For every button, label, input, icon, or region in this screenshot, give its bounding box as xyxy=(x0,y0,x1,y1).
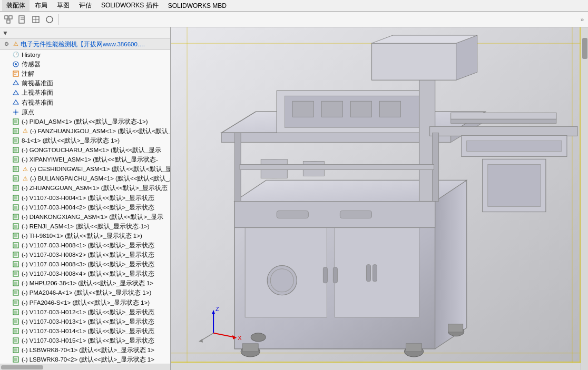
toolbar-btn-4[interactable] xyxy=(43,13,56,26)
tree-item-diankongxiang[interactable]: (-) DIANKONGXIANG_ASM<1> (默认<<默认>_显示 xyxy=(0,212,170,222)
svg-rect-97 xyxy=(448,324,463,332)
svg-rect-120 xyxy=(292,101,313,117)
v1107-h008-1-icon xyxy=(12,241,20,249)
tree-item-top-plane[interactable]: 上视基准面 xyxy=(0,88,170,97)
menu-item-layout[interactable]: 布局 xyxy=(31,0,52,11)
feature-tree[interactable]: ⚙ ⚠ 电子元件性能检测机【开拔网www.386600.com】 🕐 Histo… xyxy=(0,39,170,364)
svg-rect-91 xyxy=(340,211,371,218)
tree-item-right-plane[interactable]: 右视基准面 xyxy=(0,98,170,107)
circle-icon xyxy=(45,15,54,24)
svg-marker-16 xyxy=(13,91,18,95)
tree-item-origin[interactable]: 原点 xyxy=(0,107,170,117)
assembly-icon xyxy=(4,15,13,24)
toolbar-btn-3[interactable] xyxy=(30,13,42,26)
svg-rect-36 xyxy=(14,186,17,189)
tree-item-gongtoucharu[interactable]: (-) GONGTOUCHARU_ASM<1> (默认<<默认_显示 xyxy=(0,145,170,155)
svg-rect-46 xyxy=(14,234,17,237)
viewport-panel[interactable]: Z X xyxy=(171,27,588,370)
panel-horizontal-scrollbar[interactable] xyxy=(0,364,170,370)
tree-item-xipanyiwei[interactable]: (-) XIPANYIWEI_ASM<1> (默认<<默认_显示状态- xyxy=(0,155,170,164)
svg-point-85 xyxy=(267,266,297,295)
top-plane-icon xyxy=(12,89,20,97)
tree-item-front-plane[interactable]: 前视基准面 xyxy=(0,78,170,88)
pma2046-icon xyxy=(12,288,20,297)
tree-item-zhuangguan[interactable]: (-) ZHUANGGUAN_ASM<1> (默认<<默认>_显示状态 xyxy=(0,183,170,193)
viewport-bottom-border xyxy=(171,362,581,363)
tree-item-pfa2046[interactable]: (-) PFA2046-S<1> (默认<<默认>_显示状态 1>) xyxy=(0,298,170,307)
svg-rect-100 xyxy=(221,133,451,142)
toolbar-btn-2[interactable] xyxy=(16,13,28,26)
menu-bar: 装配体 布局 草图 评估 SOLIDWORKS 插件 SOLIDWORKS MB… xyxy=(0,0,588,12)
svg-rect-42 xyxy=(14,215,17,218)
svg-marker-17 xyxy=(13,100,18,104)
tree-item-v1107-h008-4[interactable]: (-) V1107-003-H008<4> (默认<<默认>_显示状态 xyxy=(0,269,170,278)
menu-item-sw-plugin[interactable]: SOLIDWORKS 插件 xyxy=(97,0,163,11)
origin-icon xyxy=(12,108,20,116)
renji-label: (-) RENJI_ASM<1> (默认<<默认_显示状态-1>) xyxy=(22,222,150,231)
svg-rect-87 xyxy=(366,265,370,282)
v1107-h008-4-label: (-) V1107-003-H008<4> (默认<<默认>_显示状态 xyxy=(22,269,154,278)
lsbwrk8-2-icon xyxy=(12,355,20,364)
tree-item-ceshidingwei[interactable]: ⚠ (-) CESHIDINGWEI_ASM<1> (默认<<默认<默认_显 xyxy=(0,164,170,174)
menu-item-assembly[interactable]: 装配体 xyxy=(2,0,30,11)
zhuangguan-label: (-) ZHUANGGUAN_ASM<1> (默认<<默认>_显示状态 xyxy=(22,184,168,192)
tree-item-v1107-h008-1[interactable]: (-) V1107-003-H008<1> (默认<<默认>_显示状态 xyxy=(0,241,170,250)
tree-item-v1107-h015[interactable]: (-) V1107-003-H015<1> (默认<<默认>_显示状态 xyxy=(0,336,170,345)
right-plane-label: 右视基准面 xyxy=(22,98,53,107)
pidai-label: (-) PIDAI_ASM<1> (默认<<默认_显示状态-1>) xyxy=(22,117,148,126)
menu-item-evaluate[interactable]: 评估 xyxy=(75,0,96,11)
v1107-h015-icon xyxy=(12,336,20,345)
tree-item-sensor[interactable]: 传感器 xyxy=(0,59,170,69)
tree-item-v1107-h008-3[interactable]: (-) V1107-003-H008<3> (默认<<默认>_显示状态 xyxy=(0,259,170,269)
panel-h-scrollbar-thumb[interactable] xyxy=(1,365,43,369)
svg-rect-123 xyxy=(380,101,401,117)
v1107-h008-1-label: (-) V1107-003-H008<1> (默认<<默认>_显示状态 xyxy=(22,241,154,249)
fanzhuanjigou-label: (-) FANZHUANJIGOU_ASM<1> (默认<<默认<默认_ xyxy=(30,127,170,135)
tree-item-v1107-h014[interactable]: (-) V1107-003-H014<1> (默认<<默认>_显示状态 xyxy=(0,326,170,336)
tree-item-lsbwrk8-2[interactable]: (-) LSBWRK8-70<2> (默认<<默认>_显示状态 1> xyxy=(0,355,170,364)
th9810-icon xyxy=(12,232,20,240)
tree-item-history[interactable]: 🕐 History xyxy=(0,50,170,59)
top-plane-label: 上视基准面 xyxy=(22,88,53,97)
viewport-v-scrollbar[interactable] xyxy=(581,27,588,370)
tree-item-fanzhuanjigou[interactable]: ⚠ (-) FANZHUANJIGOU_ASM<1> (默认<<默认<默认_ xyxy=(0,126,170,136)
svg-rect-54 xyxy=(14,272,17,275)
svg-rect-119 xyxy=(488,164,541,206)
tree-item-81[interactable]: 8-1<1> (默认<<默认>_显示状态 1>) xyxy=(0,136,170,145)
history-icon: 🕐 xyxy=(12,51,20,59)
svg-rect-32 xyxy=(14,167,17,171)
tree-item-buliangpaichu[interactable]: ⚠ (-) BULIANGPAICHU_ASM<1> (默认<<默认<默认_显 xyxy=(0,174,170,183)
tree-item-v1107-h012[interactable]: (-) V1107-003-H012<1> (默认<<默认>_显示状态 xyxy=(0,307,170,317)
menu-item-sketch[interactable]: 草图 xyxy=(53,0,74,11)
buliangpaichu-label: (-) BULIANGPAICHU_ASM<1> (默认<<默认<默认_显 xyxy=(30,174,170,183)
toolbar-expand-btn[interactable]: » xyxy=(579,15,586,24)
tree-root-item[interactable]: ⚙ ⚠ 电子元件性能检测机【开拔网www.386600.com】 xyxy=(0,39,170,50)
viewport-h-scrollbar[interactable] xyxy=(171,363,581,370)
pidai-icon xyxy=(12,117,20,126)
zhuangguan-icon xyxy=(12,184,20,192)
menu-item-sw-mbd[interactable]: SOLIDWORKS MBD xyxy=(164,1,231,11)
svg-rect-90 xyxy=(277,211,308,218)
tree-item-renji[interactable]: (-) RENJI_ASM<1> (默认<<默认_显示状态-1>) xyxy=(0,222,170,231)
tree-item-v1107-h004-2[interactable]: (-) V1107-003-H004<2> (默认<<默认>_显示状态 xyxy=(0,203,170,212)
tree-item-lsbwrk8-1[interactable]: (-) LSBWRK8-70<1> (默认<<默认>_显示状态 1> xyxy=(0,345,170,355)
svg-rect-50 xyxy=(14,253,17,256)
tree-item-v1107-h004-1[interactable]: (-) V1107-003-H004<1> (默认<<默认>_显示状态 xyxy=(0,193,170,203)
tree-item-v1107-h008-2[interactable]: (-) V1107-003-H008<2> (默认<<默认>_显示状态 xyxy=(0,250,170,259)
tree-item-mhpu206[interactable]: (-) MHPU206-38<1> (默认<<默认>_显示状态 1> xyxy=(0,278,170,288)
tree-item-v1107-h013[interactable]: (-) V1107-003-H013<1> (默认<<默认>_显示状态 xyxy=(0,317,170,326)
item-81-label: 8-1<1> (默认<<默认>_显示状态 1>) xyxy=(22,136,120,145)
3d-viewport[interactable]: Z X xyxy=(171,27,588,370)
v-scrollbar-thumb[interactable] xyxy=(582,38,587,59)
fanzhuanjigou-icon xyxy=(12,127,20,135)
tree-item-notes[interactable]: 注解 xyxy=(0,69,170,78)
toolbar-btn-1[interactable] xyxy=(2,13,15,26)
tree-item-pma2046[interactable]: (-) PMA2046-A<1> (默认<<默认>_显示状态 1>) xyxy=(0,288,170,297)
right-plane-icon xyxy=(12,98,20,107)
svg-text:Z: Z xyxy=(215,306,219,312)
sensor-icon xyxy=(12,60,20,68)
tree-item-th9810[interactable]: (-) TH-9810<1> (默认<<默认>_显示状态 1>) xyxy=(0,231,170,241)
tree-item-pidai[interactable]: (-) PIDAI_ASM<1> (默认<<默认_显示状态-1>) xyxy=(0,117,170,126)
svg-rect-22 xyxy=(14,120,17,123)
svg-rect-62 xyxy=(14,311,17,314)
